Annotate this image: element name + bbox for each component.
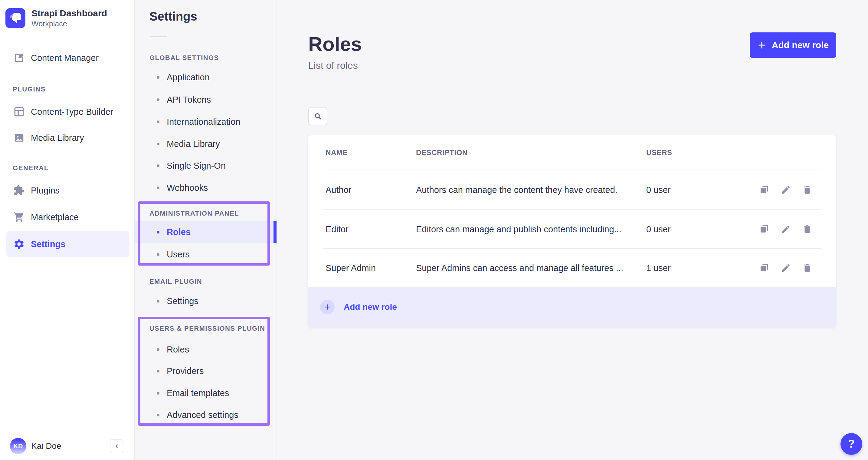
subnav-item-internationalization[interactable]: Internationalization <box>135 114 277 130</box>
sidebar-item-label: Content-Type Builder <box>31 107 113 117</box>
delete-trash-icon[interactable] <box>802 184 813 195</box>
sidebar-item-label: Content Manager <box>31 53 99 63</box>
subnav-item-label: Roles <box>167 227 191 237</box>
layout-grid-icon <box>13 105 25 118</box>
subnav-item-media-library[interactable]: Media Library <box>135 136 277 152</box>
add-new-role-label: Add new role <box>772 40 829 50</box>
row-actions <box>759 249 813 287</box>
subnav-section-global-settings: GLOBAL SETTINGS <box>150 54 219 62</box>
subnav-section-email-plugin: EMAIL PLUGIN <box>150 278 202 286</box>
feather-pen-icon <box>13 52 25 64</box>
subnav-item-label: Webhooks <box>167 183 208 193</box>
bullet-icon <box>157 98 159 101</box>
edit-pencil-icon[interactable] <box>780 263 791 274</box>
subnav-item-label: Settings <box>167 296 198 306</box>
table-header-row: NAME DESCRIPTION USERS <box>308 135 836 170</box>
subnav-item-label: API Tokens <box>167 95 211 105</box>
gear-icon <box>13 238 25 251</box>
delete-trash-icon[interactable] <box>802 263 813 274</box>
bullet-icon <box>157 120 159 123</box>
roles-table: NAME DESCRIPTION USERS Author Authors ca… <box>308 135 836 327</box>
workspace-switcher[interactable]: Strapi Dashboard Workplace <box>5 8 107 29</box>
subnav-item-api-tokens[interactable]: API Tokens <box>135 91 277 108</box>
subnav-section-administration-panel: ADMINISTRATION PANEL <box>150 209 239 218</box>
subnav-item-admin-users[interactable]: Users <box>135 246 277 263</box>
add-new-role-button[interactable]: Add new role <box>750 32 836 58</box>
role-description: Authors can manage the content they have… <box>416 170 618 209</box>
bullet-icon <box>157 392 159 395</box>
row-actions <box>759 170 813 209</box>
plus-icon <box>757 40 766 50</box>
role-users-count: 0 user <box>646 209 671 249</box>
collapse-sidebar-button[interactable] <box>110 439 123 453</box>
duplicate-icon[interactable] <box>759 263 770 274</box>
subnav-item-email-settings[interactable]: Settings <box>135 293 277 309</box>
plus-circle-icon <box>320 300 335 314</box>
main-content: Roles List of roles Add new role NAME DE… <box>277 0 868 460</box>
bullet-icon <box>157 76 159 79</box>
search-button[interactable] <box>308 107 327 125</box>
subnav-item-label: Advanced settings <box>167 410 239 420</box>
table-row[interactable]: Author Authors can manage the content th… <box>308 170 836 209</box>
duplicate-icon[interactable] <box>759 184 770 195</box>
user-menu[interactable]: KD Kai Doe <box>10 438 61 454</box>
subnav-item-label: Media Library <box>167 139 220 149</box>
role-description: Editors can manage and publish contents … <box>416 209 621 249</box>
avatar: KD <box>10 438 26 454</box>
role-users-count: 0 user <box>646 170 671 209</box>
sidebar-item-media-library[interactable]: Media Library <box>0 128 134 147</box>
role-name: Super Admin <box>326 249 376 287</box>
edit-pencil-icon[interactable] <box>780 184 791 195</box>
page-title: Roles <box>308 33 362 55</box>
image-icon <box>13 132 25 144</box>
bullet-icon <box>157 253 159 256</box>
help-button[interactable]: ? <box>840 433 862 455</box>
settings-subnav: Settings GLOBAL SETTINGS Application API… <box>135 0 277 460</box>
edit-pencil-icon[interactable] <box>780 224 791 235</box>
sidebar-item-plugins[interactable]: Plugins <box>0 181 134 200</box>
puzzle-icon <box>13 184 25 197</box>
subnav-item-webhooks[interactable]: Webhooks <box>135 179 277 196</box>
table-footer-add-row[interactable]: Add new role <box>308 287 836 327</box>
page-subtitle: List of roles <box>308 60 358 71</box>
role-name: Editor <box>326 209 348 249</box>
sidebar-item-content-type-builder[interactable]: Content-Type Builder <box>0 103 134 121</box>
chevron-left-icon <box>114 443 120 450</box>
sidebar-item-label: Settings <box>31 239 65 249</box>
bullet-icon <box>157 231 159 233</box>
row-actions <box>759 209 813 249</box>
sidebar-item-label: Plugins <box>31 185 60 196</box>
column-header-users: USERS <box>646 135 672 170</box>
shopping-cart-icon <box>13 211 25 224</box>
subnav-item-label: Single Sign-On <box>167 161 226 171</box>
subnav-item-up-email-templates[interactable]: Email templates <box>135 385 277 401</box>
sidebar-item-label: Media Library <box>31 133 84 143</box>
bullet-icon <box>157 300 159 303</box>
sidebar-item-settings[interactable]: Settings <box>6 231 129 257</box>
sidebar-item-marketplace[interactable]: Marketplace <box>0 208 134 227</box>
sidebar-section-plugins: PLUGINS <box>13 85 46 93</box>
table-row[interactable]: Editor Editors can manage and publish co… <box>308 209 836 249</box>
role-name: Author <box>326 170 351 209</box>
subnav-item-application[interactable]: Application <box>135 69 277 85</box>
subnav-item-label: Application <box>167 73 210 82</box>
footer-add-label: Add new role <box>344 302 397 312</box>
subnav-item-up-roles[interactable]: Roles <box>135 341 277 357</box>
subnav-item-up-advanced-settings[interactable]: Advanced settings <box>135 407 277 423</box>
duplicate-icon[interactable] <box>759 224 770 235</box>
bullet-icon <box>157 348 159 351</box>
subnav-item-label: Email templates <box>167 388 229 398</box>
column-header-description: DESCRIPTION <box>416 135 468 170</box>
subnav-item-single-sign-on[interactable]: Single Sign-On <box>135 157 277 174</box>
sidebar-item-content-manager[interactable]: Content Manager <box>0 49 134 67</box>
active-indicator-bar <box>274 221 277 243</box>
subnav-title: Settings <box>150 10 197 23</box>
delete-trash-icon[interactable] <box>802 224 813 235</box>
table-row[interactable]: Super Admin Super Admins can access and … <box>308 249 836 287</box>
sidebar-item-label: Marketplace <box>31 212 79 222</box>
strapi-logo-icon <box>5 8 25 28</box>
subnav-item-admin-roles[interactable]: Roles <box>135 221 277 243</box>
subnav-item-up-providers[interactable]: Providers <box>135 363 277 379</box>
subnav-section-users-permissions: USERS & PERMISSIONS PLUGIN <box>150 325 265 333</box>
bullet-icon <box>157 165 159 167</box>
